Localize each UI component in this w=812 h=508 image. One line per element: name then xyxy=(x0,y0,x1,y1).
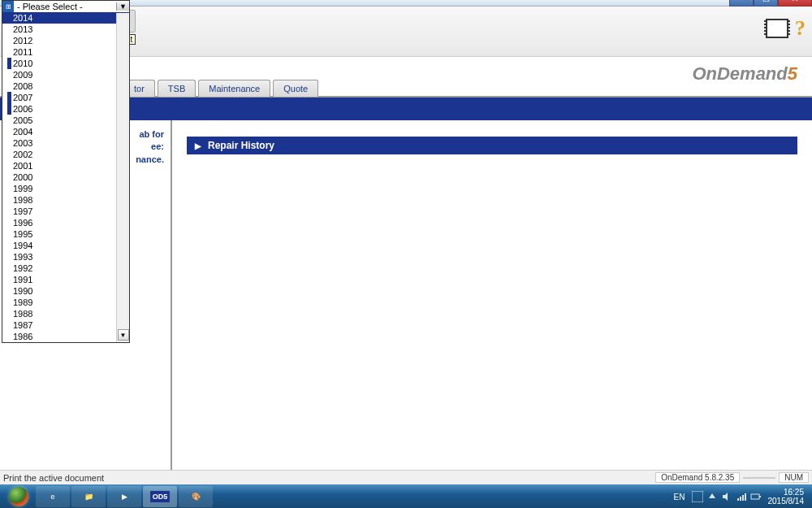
year-option-1987[interactable]: 1987 xyxy=(2,319,129,331)
svg-rect-1 xyxy=(737,498,739,501)
year-option-2014[interactable]: 2014 xyxy=(2,12,129,24)
scroll-down-button[interactable]: ▼ xyxy=(118,329,129,341)
tab-tsb[interactable]: TSB xyxy=(158,80,196,97)
year-option-1989[interactable]: 1989 xyxy=(2,297,129,308)
status-numlock: NUM xyxy=(779,472,809,483)
tray-up-icon[interactable] xyxy=(706,491,718,502)
dropdown-header[interactable]: ⊞ - Please Select - ▼ xyxy=(2,1,129,12)
year-option-2007[interactable]: 2007 xyxy=(2,92,129,103)
dropdown-app-icon: ⊞ xyxy=(2,1,14,12)
year-option-1993[interactable]: 1993 xyxy=(2,251,129,263)
svg-rect-0 xyxy=(692,491,703,502)
year-option-2000[interactable]: 2000 xyxy=(2,172,129,183)
year-option-1999[interactable]: 1999 xyxy=(2,183,129,194)
svg-rect-6 xyxy=(759,496,761,497)
system-tray: EN 16:25 2015/8/14 xyxy=(674,488,809,506)
year-option-2002[interactable]: 2002 xyxy=(2,149,129,160)
year-option-2012[interactable]: 2012 xyxy=(2,35,129,46)
year-option-1991[interactable]: 1991 xyxy=(2,274,129,285)
close-button[interactable]: ✕ xyxy=(778,0,812,7)
year-option-1992[interactable]: 1992 xyxy=(2,263,129,274)
app-logo: OnDemand5 xyxy=(692,63,797,85)
tray-icons xyxy=(692,491,762,502)
tray-language[interactable]: EN xyxy=(674,493,685,501)
taskbar-item-paint[interactable]: 🎨 xyxy=(179,486,213,507)
window-controls: — ☐ ✕ xyxy=(729,0,812,7)
tray-date: 2015/8/14 xyxy=(768,497,805,506)
main-panel: ▶ Repair History xyxy=(172,120,812,470)
tab-strip: torTSBMaintenanceQuote xyxy=(123,80,318,97)
tab-maintenance[interactable]: Maintenance xyxy=(198,80,270,97)
taskbar-item-od5[interactable]: OD5 xyxy=(143,486,177,507)
status-message: Print the active document xyxy=(3,473,652,483)
taskbar: e📁▶OD5🎨 EN 16:25 2015/8/14 xyxy=(0,484,812,508)
minimize-button[interactable]: — xyxy=(729,0,754,7)
section-header-repair-history[interactable]: ▶ Repair History xyxy=(187,137,797,154)
taskbar-item-media[interactable]: ▶ xyxy=(107,486,141,507)
year-option-1988[interactable]: 1988 xyxy=(2,308,129,319)
year-option-2003[interactable]: 2003 xyxy=(2,137,129,149)
dropdown-toggle-button[interactable]: ▼ xyxy=(116,2,129,11)
tray-volume-icon[interactable] xyxy=(721,491,732,502)
year-option-2001[interactable]: 2001 xyxy=(2,160,129,172)
year-option-1994[interactable]: 1994 xyxy=(2,240,129,251)
year-option-2010[interactable]: 2010 xyxy=(2,58,129,69)
status-bar: Print the active document OnDemand 5.8.2… xyxy=(0,470,812,484)
year-option-2008[interactable]: 2008 xyxy=(2,80,129,92)
svg-rect-4 xyxy=(745,493,746,501)
svg-rect-2 xyxy=(740,497,741,501)
tray-battery-icon[interactable] xyxy=(750,491,762,502)
tray-clock[interactable]: 16:25 2015/8/14 xyxy=(768,488,805,506)
year-dropdown[interactable]: ⊞ - Please Select - ▼ 201420132012201120… xyxy=(2,0,130,343)
year-option-1996[interactable]: 1996 xyxy=(2,217,129,228)
year-option-1986[interactable]: 1986 xyxy=(2,331,129,342)
status-version: OnDemand 5.8.2.35 xyxy=(655,472,740,483)
video-icon[interactable] xyxy=(766,19,788,38)
year-option-2009[interactable]: 2009 xyxy=(2,69,129,80)
tray-flag-icon[interactable] xyxy=(692,491,703,502)
status-spacer xyxy=(743,477,775,479)
year-option-2005[interactable]: 2005 xyxy=(2,115,129,126)
year-option-2011[interactable]: 2011 xyxy=(2,46,129,58)
tray-network-icon[interactable] xyxy=(736,491,747,502)
expand-arrow-icon: ▶ xyxy=(195,141,201,150)
tab-quote[interactable]: Quote xyxy=(273,80,318,97)
year-option-2006[interactable]: 2006 xyxy=(2,103,129,115)
maximize-button[interactable]: ☐ xyxy=(754,0,778,7)
help-icon[interactable]: ? xyxy=(795,16,806,41)
dropdown-placeholder: - Please Select - xyxy=(14,2,116,11)
svg-rect-3 xyxy=(742,495,744,501)
svg-rect-5 xyxy=(751,494,759,499)
section-title: Repair History xyxy=(208,140,274,151)
year-option-1990[interactable]: 1990 xyxy=(2,285,129,297)
taskbar-item-explorer[interactable]: 📁 xyxy=(71,486,106,507)
dropdown-list: 2014201320122011201020092008200720062005… xyxy=(2,12,129,342)
tray-time: 16:25 xyxy=(768,488,805,497)
dropdown-scrollbar[interactable]: ▼ xyxy=(116,13,129,342)
year-option-1998[interactable]: 1998 xyxy=(2,194,129,206)
start-button[interactable] xyxy=(3,485,34,508)
year-option-1997[interactable]: 1997 xyxy=(2,206,129,217)
windows-orb-icon xyxy=(9,487,28,506)
taskbar-item-ie[interactable]: e xyxy=(36,486,70,507)
year-option-1995[interactable]: 1995 xyxy=(2,228,129,240)
year-option-2013[interactable]: 2013 xyxy=(2,24,129,35)
year-option-2004[interactable]: 2004 xyxy=(2,126,129,137)
